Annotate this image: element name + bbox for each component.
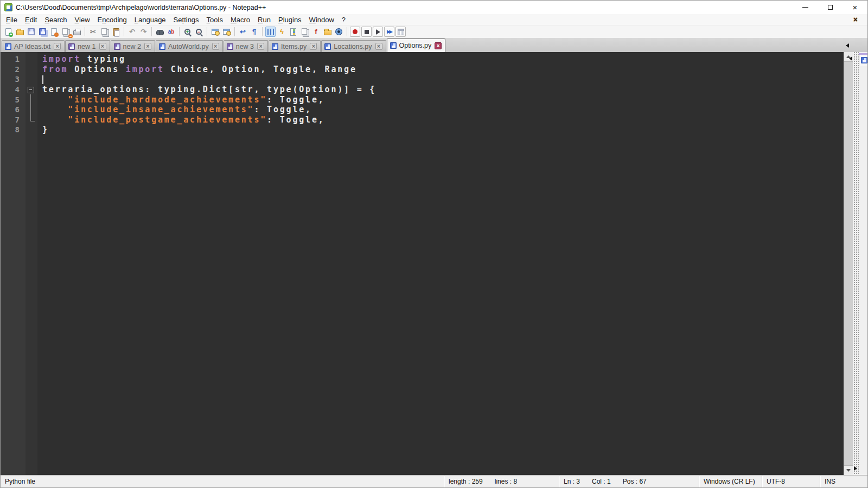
restore-button[interactable] [818, 1, 843, 14]
status-encoding[interactable]: UTF-8 [762, 476, 820, 487]
sync-vertical-scroll-button[interactable] [210, 27, 220, 37]
show-indent-guide-button[interactable] [265, 27, 276, 37]
tab-close-button[interactable]: × [310, 43, 317, 50]
save-all-button[interactable] [37, 27, 48, 37]
toolbar-separator [151, 27, 152, 36]
folder-as-workspace-button[interactable] [322, 27, 333, 37]
tab-autoworld-py[interactable]: AutoWorld.py× [156, 40, 223, 52]
close-all-button[interactable]: – [60, 27, 71, 37]
zoom-in-button[interactable]: + [182, 27, 193, 37]
menu-item-macro[interactable]: Macro [227, 15, 254, 25]
menu-item-tools[interactable]: Tools [203, 15, 227, 25]
paste-icon [113, 28, 119, 36]
tab-options-py[interactable]: Options.py× [387, 38, 446, 52]
sync-horizontal-scroll-button[interactable] [221, 27, 232, 37]
menu-item-file[interactable]: File [2, 15, 21, 25]
tab-ap-ideas-txt[interactable]: AP Ideas.txt× [2, 40, 65, 52]
close-document-button[interactable]: × [853, 15, 858, 24]
minimize-button[interactable] [793, 1, 818, 14]
replace-button[interactable]: ab [166, 27, 176, 37]
splitter-collapse-left-arrow[interactable] [849, 56, 852, 61]
zoom-in-icon: + [184, 29, 190, 35]
menu-item-plugins[interactable]: Plugins [275, 15, 305, 25]
text-token: : Toggle, [254, 105, 311, 114]
menu-item-run[interactable]: Run [254, 15, 275, 25]
scroll-thumb[interactable] [844, 61, 853, 466]
menu-item-window[interactable]: Window [305, 15, 338, 25]
tab-items-py[interactable]: Items.py× [269, 40, 321, 52]
tab-scroll-left-arrow[interactable] [846, 43, 849, 48]
menu-item-settings[interactable]: Settings [170, 15, 203, 25]
status-insert-mode[interactable]: INS [820, 476, 867, 487]
eol-label: Windows (CR LF) [704, 478, 755, 485]
code-line: 5 "include_hardmode_achievements": Toggl… [1, 94, 844, 105]
open-file-button[interactable] [15, 27, 25, 37]
tab-new-2[interactable]: new 2× [111, 40, 155, 52]
view-splitter[interactable] [853, 52, 859, 475]
code-editor[interactable]: 1import typing2from Options import Choic… [1, 52, 844, 475]
macro-run-multiple-button[interactable]: ▶▶ [384, 27, 394, 37]
save-button[interactable] [26, 27, 36, 37]
tab-new-1[interactable]: new 1× [65, 40, 110, 52]
function-list-button[interactable]: f [311, 27, 321, 37]
fold-marker-corner [25, 115, 37, 125]
status-doc-type: Python file [1, 476, 444, 487]
copy-button[interactable] [99, 27, 110, 37]
tab-close-button[interactable]: × [375, 43, 382, 50]
zoom-out-icon: − [196, 29, 202, 35]
menu-item-encoding[interactable]: Encoding [94, 15, 131, 25]
close-window-button[interactable]: × [843, 1, 867, 14]
menu-item-search[interactable]: Search [41, 15, 71, 25]
code-line: 3 [1, 74, 844, 85]
saved-file-icon [324, 43, 331, 50]
splitter-collapse-right-arrow[interactable] [854, 466, 857, 471]
text-token: } [42, 125, 49, 134]
menu-item-view[interactable]: View [71, 15, 94, 25]
cut-button[interactable]: ✂ [88, 27, 98, 37]
text-token: : Toggle, [267, 115, 324, 125]
tab-close-button[interactable]: × [99, 43, 106, 50]
print-button[interactable] [72, 27, 82, 37]
line-number: 5 [1, 95, 25, 104]
macro-save-button[interactable] [395, 27, 406, 37]
line-number: 7 [1, 115, 25, 124]
string-token: "include_insane_achievements" [68, 105, 254, 114]
macro-record-button[interactable] [350, 27, 360, 37]
toolbar-separator [234, 27, 235, 36]
tab-close-button[interactable]: × [144, 43, 151, 50]
tab-locations-py[interactable]: Locations.py× [321, 40, 386, 52]
document-map-button[interactable] [288, 27, 298, 37]
macro-play-button[interactable] [373, 27, 383, 37]
scroll-down-arrow[interactable] [844, 466, 853, 475]
paste-button[interactable] [111, 27, 121, 37]
new-file-button[interactable]: + [3, 27, 14, 37]
redo-button[interactable]: ↷ [138, 27, 149, 37]
tab-close-button[interactable]: × [212, 43, 219, 50]
vertical-scrollbar[interactable] [844, 52, 853, 475]
show-all-characters-button[interactable]: ¶ [249, 27, 259, 37]
menu-item-language[interactable]: Language [131, 15, 170, 25]
find-button[interactable] [155, 27, 165, 37]
keyword-token: import [126, 65, 164, 74]
tab-close-button[interactable]: × [257, 43, 264, 50]
tab-close-button[interactable]: × [435, 42, 442, 49]
line-number: 6 [1, 105, 25, 114]
doc-type-label: Python file [5, 478, 35, 485]
zoom-out-button[interactable]: − [194, 27, 204, 37]
code-line: 7 "include_postgame_achievements": Toggl… [1, 115, 844, 125]
menu-item-help[interactable]: ? [338, 15, 349, 25]
modified-file-icon [68, 43, 75, 50]
macro-stop-button[interactable] [361, 27, 372, 37]
undo-button[interactable]: ↶ [127, 27, 137, 37]
menu-item-edit[interactable]: Edit [21, 15, 41, 25]
toolbar-separator [85, 27, 85, 36]
function-completion-button[interactable]: ϟ [277, 27, 287, 37]
tab-close-button[interactable]: × [54, 43, 61, 50]
fold-margin [25, 125, 37, 135]
status-eol-format[interactable]: Windows (CR LF) [699, 476, 762, 487]
tab-new-3[interactable]: new 3× [224, 40, 268, 52]
close-file-button[interactable]: – [49, 27, 59, 37]
word-wrap-button[interactable]: ↩ [238, 27, 248, 37]
document-list-button[interactable] [299, 27, 310, 37]
monitoring-button[interactable] [334, 27, 344, 37]
